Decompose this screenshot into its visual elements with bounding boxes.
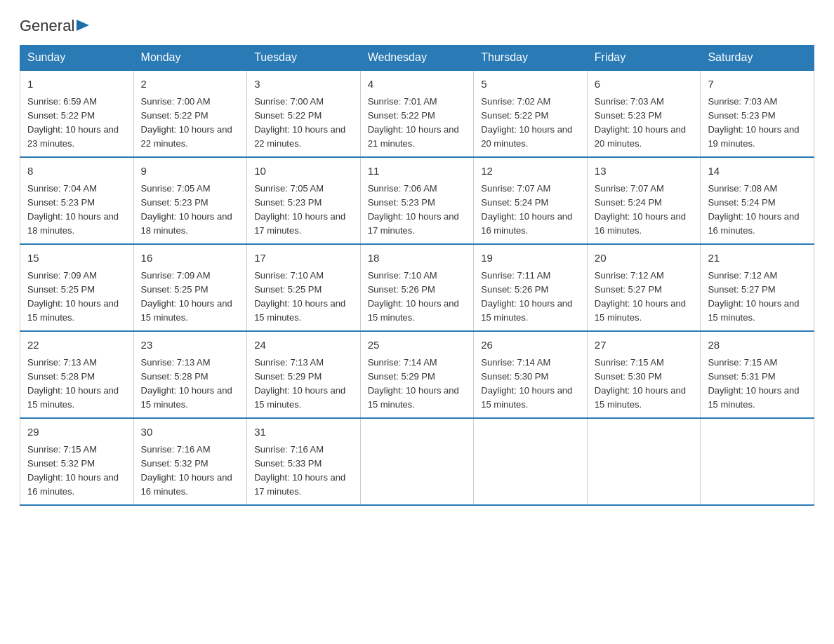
calendar-cell: 12Sunrise: 7:07 AMSunset: 5:24 PMDayligh… (474, 157, 588, 244)
calendar-cell: 28Sunrise: 7:15 AMSunset: 5:31 PMDayligh… (701, 331, 814, 418)
calendar-week-row: 1Sunrise: 6:59 AMSunset: 5:22 PMDaylight… (20, 70, 814, 157)
day-number: 1 (27, 76, 126, 93)
day-info: Sunrise: 6:59 AMSunset: 5:22 PMDaylight:… (27, 95, 126, 152)
day-number: 14 (708, 163, 807, 180)
day-info: Sunrise: 7:13 AMSunset: 5:28 PMDaylight:… (141, 356, 240, 412)
day-number: 19 (481, 250, 580, 267)
calendar-cell: 23Sunrise: 7:13 AMSunset: 5:28 PMDayligh… (133, 331, 247, 418)
day-info: Sunrise: 7:00 AMSunset: 5:22 PMDaylight:… (141, 95, 240, 152)
day-info: Sunrise: 7:07 AMSunset: 5:24 PMDaylight:… (481, 182, 580, 239)
calendar-header-thursday: Thursday (474, 46, 588, 71)
calendar-cell: 29Sunrise: 7:15 AMSunset: 5:32 PMDayligh… (20, 418, 134, 505)
day-number: 10 (254, 163, 353, 180)
calendar-header-monday: Monday (133, 46, 247, 71)
day-info: Sunrise: 7:05 AMSunset: 5:23 PMDaylight:… (141, 182, 240, 239)
day-info: Sunrise: 7:11 AMSunset: 5:26 PMDaylight:… (481, 269, 580, 326)
day-info: Sunrise: 7:09 AMSunset: 5:25 PMDaylight:… (141, 269, 240, 326)
calendar-cell: 7Sunrise: 7:03 AMSunset: 5:23 PMDaylight… (701, 70, 814, 157)
day-number: 30 (141, 424, 240, 441)
calendar-cell: 22Sunrise: 7:13 AMSunset: 5:28 PMDayligh… (20, 331, 134, 418)
day-number: 7 (708, 76, 807, 93)
day-number: 3 (254, 76, 353, 93)
calendar-cell: 9Sunrise: 7:05 AMSunset: 5:23 PMDaylight… (133, 157, 247, 244)
day-info: Sunrise: 7:14 AMSunset: 5:29 PMDaylight:… (368, 356, 467, 412)
calendar-header-sunday: Sunday (20, 46, 134, 71)
day-number: 8 (27, 163, 126, 180)
day-info: Sunrise: 7:14 AMSunset: 5:30 PMDaylight:… (481, 356, 580, 412)
day-number: 4 (368, 76, 467, 93)
day-info: Sunrise: 7:00 AMSunset: 5:22 PMDaylight:… (254, 95, 353, 152)
calendar-cell: 31Sunrise: 7:16 AMSunset: 5:33 PMDayligh… (247, 418, 361, 505)
day-info: Sunrise: 7:03 AMSunset: 5:23 PMDaylight:… (595, 95, 694, 152)
day-info: Sunrise: 7:10 AMSunset: 5:26 PMDaylight:… (368, 269, 467, 326)
day-number: 25 (368, 337, 467, 354)
calendar-cell: 11Sunrise: 7:06 AMSunset: 5:23 PMDayligh… (360, 157, 474, 244)
day-number: 22 (27, 337, 126, 354)
calendar-cell: 21Sunrise: 7:12 AMSunset: 5:27 PMDayligh… (701, 244, 814, 331)
day-number: 31 (254, 424, 353, 441)
calendar-week-row: 8Sunrise: 7:04 AMSunset: 5:23 PMDaylight… (20, 157, 814, 244)
day-info: Sunrise: 7:12 AMSunset: 5:27 PMDaylight:… (708, 269, 807, 326)
calendar-header-friday: Friday (587, 46, 701, 71)
calendar-cell: 13Sunrise: 7:07 AMSunset: 5:24 PMDayligh… (587, 157, 701, 244)
day-info: Sunrise: 7:04 AMSunset: 5:23 PMDaylight:… (27, 182, 126, 239)
day-info: Sunrise: 7:15 AMSunset: 5:32 PMDaylight:… (27, 443, 126, 499)
day-number: 27 (595, 337, 694, 354)
calendar-cell: 26Sunrise: 7:14 AMSunset: 5:30 PMDayligh… (474, 331, 588, 418)
day-number: 17 (254, 250, 353, 267)
calendar-cell (474, 418, 588, 505)
day-info: Sunrise: 7:16 AMSunset: 5:32 PMDaylight:… (141, 443, 240, 499)
day-number: 13 (595, 163, 694, 180)
day-number: 5 (481, 76, 580, 93)
day-number: 18 (368, 250, 467, 267)
day-info: Sunrise: 7:10 AMSunset: 5:25 PMDaylight:… (254, 269, 353, 326)
day-info: Sunrise: 7:08 AMSunset: 5:24 PMDaylight:… (708, 182, 807, 239)
calendar-cell: 4Sunrise: 7:01 AMSunset: 5:22 PMDaylight… (360, 70, 474, 157)
calendar-cell: 27Sunrise: 7:15 AMSunset: 5:30 PMDayligh… (587, 331, 701, 418)
day-info: Sunrise: 7:05 AMSunset: 5:23 PMDaylight:… (254, 182, 353, 239)
calendar-header-tuesday: Tuesday (247, 46, 361, 71)
calendar-cell: 10Sunrise: 7:05 AMSunset: 5:23 PMDayligh… (247, 157, 361, 244)
calendar-week-row: 29Sunrise: 7:15 AMSunset: 5:32 PMDayligh… (20, 418, 814, 505)
logo: General (20, 17, 89, 32)
calendar-cell: 1Sunrise: 6:59 AMSunset: 5:22 PMDaylight… (20, 70, 134, 157)
calendar-table: SundayMondayTuesdayWednesdayThursdayFrid… (20, 45, 814, 506)
svg-marker-0 (77, 20, 89, 31)
calendar-cell: 19Sunrise: 7:11 AMSunset: 5:26 PMDayligh… (474, 244, 588, 331)
calendar-cell: 2Sunrise: 7:00 AMSunset: 5:22 PMDaylight… (133, 70, 247, 157)
calendar-cell: 6Sunrise: 7:03 AMSunset: 5:23 PMDaylight… (587, 70, 701, 157)
calendar-cell: 17Sunrise: 7:10 AMSunset: 5:25 PMDayligh… (247, 244, 361, 331)
day-number: 21 (708, 250, 807, 267)
calendar-cell: 3Sunrise: 7:00 AMSunset: 5:22 PMDaylight… (247, 70, 361, 157)
day-info: Sunrise: 7:15 AMSunset: 5:30 PMDaylight:… (595, 356, 694, 412)
day-number: 16 (141, 250, 240, 267)
day-info: Sunrise: 7:16 AMSunset: 5:33 PMDaylight:… (254, 443, 353, 499)
calendar-cell (701, 418, 814, 505)
calendar-cell (360, 418, 474, 505)
day-info: Sunrise: 7:03 AMSunset: 5:23 PMDaylight:… (708, 95, 807, 152)
day-number: 26 (481, 337, 580, 354)
day-info: Sunrise: 7:13 AMSunset: 5:28 PMDaylight:… (27, 356, 126, 412)
day-number: 23 (141, 337, 240, 354)
calendar-cell: 30Sunrise: 7:16 AMSunset: 5:32 PMDayligh… (133, 418, 247, 505)
day-info: Sunrise: 7:01 AMSunset: 5:22 PMDaylight:… (368, 95, 467, 152)
logo-arrow-icon (77, 18, 89, 32)
day-number: 9 (141, 163, 240, 180)
day-info: Sunrise: 7:06 AMSunset: 5:23 PMDaylight:… (368, 182, 467, 239)
day-number: 11 (368, 163, 467, 180)
calendar-cell: 5Sunrise: 7:02 AMSunset: 5:22 PMDaylight… (474, 70, 588, 157)
calendar-cell: 25Sunrise: 7:14 AMSunset: 5:29 PMDayligh… (360, 331, 474, 418)
day-info: Sunrise: 7:15 AMSunset: 5:31 PMDaylight:… (708, 356, 807, 412)
calendar-cell: 15Sunrise: 7:09 AMSunset: 5:25 PMDayligh… (20, 244, 134, 331)
calendar-cell: 24Sunrise: 7:13 AMSunset: 5:29 PMDayligh… (247, 331, 361, 418)
day-info: Sunrise: 7:02 AMSunset: 5:22 PMDaylight:… (481, 95, 580, 152)
calendar-cell: 20Sunrise: 7:12 AMSunset: 5:27 PMDayligh… (587, 244, 701, 331)
day-number: 28 (708, 337, 807, 354)
day-info: Sunrise: 7:12 AMSunset: 5:27 PMDaylight:… (595, 269, 694, 326)
calendar-cell: 18Sunrise: 7:10 AMSunset: 5:26 PMDayligh… (360, 244, 474, 331)
calendar-cell: 16Sunrise: 7:09 AMSunset: 5:25 PMDayligh… (133, 244, 247, 331)
calendar-cell (587, 418, 701, 505)
day-number: 24 (254, 337, 353, 354)
day-number: 12 (481, 163, 580, 180)
calendar-week-row: 15Sunrise: 7:09 AMSunset: 5:25 PMDayligh… (20, 244, 814, 331)
